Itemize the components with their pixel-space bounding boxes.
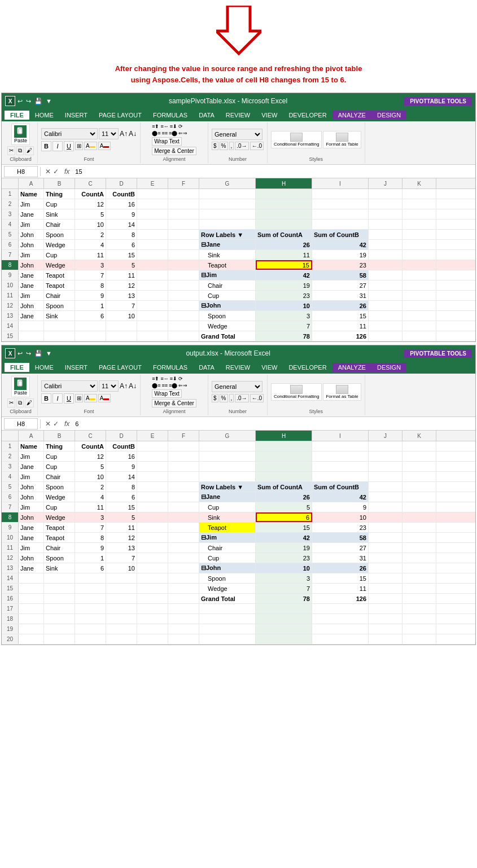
col-header-g-bottom[interactable]: G [199, 431, 256, 441]
col-header-k[interactable]: K [402, 178, 436, 188]
align-middle-icon[interactable]: ≡↔ [161, 124, 169, 129]
tab-insert[interactable]: INSERT [59, 111, 93, 120]
col-header-a[interactable]: A [19, 178, 44, 188]
cell-ref-top[interactable]: H8 [4, 166, 38, 177]
percent-icon[interactable]: % [220, 142, 228, 150]
tab-developer-bottom[interactable]: DEVELOPER [283, 363, 332, 372]
col-header-b-bottom[interactable]: B [44, 431, 75, 441]
col-header-c[interactable]: C [75, 178, 106, 188]
tab-pagelayout-bottom[interactable]: PAGE LAYOUT [93, 363, 147, 372]
conditional-formatting-button-bottom[interactable]: Conditional Formatting [271, 383, 322, 401]
col-header-c-bottom[interactable]: C [75, 431, 106, 441]
dropdown-icon-bottom[interactable]: ▼ [46, 350, 52, 357]
col-header-g[interactable]: G [199, 178, 256, 188]
font-name-select-bottom[interactable]: Calibri [41, 380, 98, 392]
tab-view[interactable]: VIEW [256, 111, 283, 120]
col-header-a-bottom[interactable]: A [19, 431, 44, 441]
save-icon[interactable]: 💾 [34, 98, 42, 105]
fill-color-button-bottom[interactable]: A▬ [84, 394, 97, 402]
format-as-table-button-bottom[interactable]: Format as Table [323, 383, 361, 401]
increase-font-icon-bottom[interactable]: A↑ [120, 382, 128, 390]
align-top-icon-bottom[interactable]: ≡⬆ [152, 376, 159, 382]
underline-button[interactable]: U [64, 141, 74, 151]
tab-review-bottom[interactable]: REVIEW [220, 363, 256, 372]
align-left-icon-bottom[interactable]: ⬤≡ [152, 383, 160, 388]
currency-icon-bottom[interactable]: $ [212, 394, 218, 402]
align-right-icon-bottom[interactable]: ≡⬤ [169, 383, 177, 388]
bold-button[interactable]: B [41, 141, 51, 151]
align-top-icon[interactable]: ≡⬆ [152, 124, 159, 129]
wrap-text-button-bottom[interactable]: Wrap Text [152, 389, 182, 398]
redo-icon[interactable]: ↪ [26, 98, 31, 105]
increase-decimal-icon[interactable]: .0→ [235, 142, 248, 150]
font-size-select-bottom[interactable]: 11 [99, 380, 119, 392]
decrease-decimal-icon[interactable]: ←.0 [250, 142, 264, 150]
col-header-d[interactable]: D [106, 178, 137, 188]
border-button-bottom[interactable]: ⊞ [75, 394, 83, 402]
tab-review[interactable]: REVIEW [220, 111, 256, 120]
border-button[interactable]: ⊞ [75, 142, 83, 150]
tab-analyze[interactable]: ANALYZE [332, 111, 371, 120]
col-header-f-bottom[interactable]: F [168, 431, 199, 441]
currency-icon[interactable]: $ [212, 142, 218, 150]
col-header-i[interactable]: I [312, 178, 369, 188]
col-header-e-bottom[interactable]: E [137, 431, 168, 441]
tab-design-bottom[interactable]: DESIGN [371, 363, 406, 372]
copy-button[interactable]: ⧉ [16, 146, 24, 155]
formula-input-bottom[interactable]: 6 [73, 420, 473, 427]
tab-home-bottom[interactable]: HOME [29, 363, 59, 372]
tab-insert-bottom[interactable]: INSERT [59, 363, 93, 372]
dropdown-icon[interactable]: ▼ [46, 98, 52, 104]
format-painter-button-bottom[interactable]: 🖌 [25, 398, 34, 407]
font-color-button[interactable]: A▬ [98, 142, 111, 150]
cut-button-bottom[interactable]: ✂ [7, 398, 15, 407]
underline-button-bottom[interactable]: U [64, 393, 74, 404]
indent-icons-bottom[interactable]: ⇐⇒ [178, 383, 187, 388]
font-name-select[interactable]: Calibri [41, 128, 98, 139]
col-header-f[interactable]: F [168, 178, 199, 188]
decrease-font-icon[interactable]: A↓ [129, 130, 137, 138]
rotate-text-icon-bottom[interactable]: ⟳ [178, 376, 183, 382]
wrap-text-button[interactable]: Wrap Text [152, 137, 182, 146]
tab-view-bottom[interactable]: VIEW [256, 363, 283, 372]
quick-access[interactable]: ↩ ↪ 💾 ▼ [17, 98, 52, 105]
rotate-text-icon[interactable]: ⟳ [178, 124, 183, 129]
cell-h8-bottom[interactable]: 6 [256, 512, 312, 522]
align-right-icon[interactable]: ≡⬤ [169, 130, 177, 136]
decrease-font-icon-bottom[interactable]: A↓ [129, 382, 137, 390]
decrease-decimal-icon-bottom[interactable]: ←.0 [250, 394, 264, 402]
redo-icon-bottom[interactable]: ↪ [26, 350, 31, 357]
comma-icon-bottom[interactable]: , [229, 394, 234, 402]
paste-button-bottom[interactable]: Paste [11, 376, 30, 397]
align-center-icon-bottom[interactable]: ≡≡ [162, 383, 168, 388]
undo-icon-bottom[interactable]: ↩ [17, 350, 23, 357]
cell-ref-bottom[interactable]: H8 [4, 418, 38, 429]
italic-button-bottom[interactable]: I [52, 393, 63, 404]
tab-formulas[interactable]: FORMULAS [147, 111, 193, 120]
tab-file-bottom[interactable]: FILE [5, 363, 29, 372]
col-header-k-bottom[interactable]: K [402, 431, 436, 441]
tab-developer[interactable]: DEVELOPER [283, 111, 332, 120]
conditional-formatting-button[interactable]: Conditional Formatting [271, 131, 322, 148]
fill-color-button[interactable]: A▬ [84, 142, 97, 150]
italic-button[interactable]: I [52, 141, 63, 151]
tab-home[interactable]: HOME [29, 111, 59, 120]
col-header-h[interactable]: H [256, 178, 312, 188]
cancel-formula-icon[interactable]: ✕ [45, 168, 51, 176]
cell-h8-top[interactable]: 15 [256, 260, 312, 270]
comma-icon[interactable]: , [229, 142, 234, 150]
align-bottom-icon-bottom[interactable]: ≡⬇ [170, 376, 177, 382]
tab-file[interactable]: FILE [5, 111, 29, 120]
align-middle-icon-bottom[interactable]: ≡↔ [161, 376, 169, 382]
bold-button-bottom[interactable]: B [41, 393, 51, 404]
col-header-h-bottom[interactable]: H [256, 431, 312, 441]
confirm-formula-icon-bottom[interactable]: ✓ [53, 420, 59, 428]
copy-button-bottom[interactable]: ⧉ [16, 398, 24, 407]
tab-data[interactable]: DATA [193, 111, 220, 120]
col-header-j-bottom[interactable]: J [369, 431, 402, 441]
align-bottom-icon[interactable]: ≡⬇ [170, 124, 177, 129]
col-header-b[interactable]: B [44, 178, 75, 188]
tab-pagelayout[interactable]: PAGE LAYOUT [93, 111, 147, 120]
number-format-select[interactable]: General [212, 129, 262, 140]
increase-font-icon[interactable]: A↑ [120, 130, 128, 138]
